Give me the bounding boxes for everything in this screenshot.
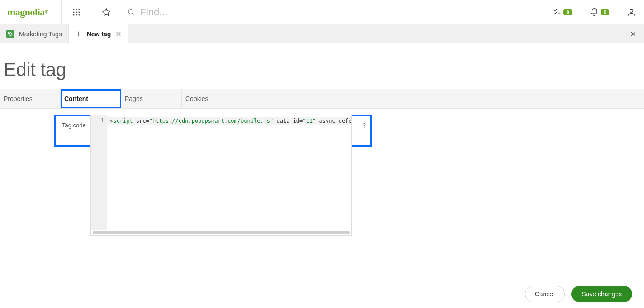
search-input[interactable] (140, 6, 537, 18)
tab-marketing-tags[interactable]: Marketing Tags (0, 24, 69, 43)
svg-point-0 (73, 9, 74, 10)
scroll-thumb[interactable] (93, 231, 350, 234)
top-header: magnolia® 0 0 (0, 0, 644, 24)
svg-point-4 (76, 11, 77, 13)
tab-new-tag-label: New tag (87, 30, 111, 38)
svg-point-3 (73, 11, 74, 13)
tab-close-button[interactable] (115, 31, 122, 37)
brand-logo[interactable]: magnolia® (0, 0, 62, 24)
tag-code-label: Tag code (62, 122, 87, 129)
tab-pages[interactable]: Pages (121, 89, 182, 108)
line-number-1: 1 (91, 117, 104, 124)
tag-app-icon (6, 30, 14, 38)
svg-line-11 (133, 13, 134, 15)
line-gutter: 1 (91, 116, 107, 230)
search-area (121, 0, 544, 24)
page-title: Edit tag (0, 43, 644, 89)
tab-properties-label: Properties (4, 95, 33, 102)
checklist-icon (553, 8, 562, 17)
code-editor[interactable]: 1 <script src="https://cdn.popupsmart.co… (90, 115, 352, 236)
svg-point-7 (76, 14, 77, 15)
svg-point-6 (73, 14, 74, 15)
notifications-badge: 0 (601, 9, 609, 15)
svg-point-5 (78, 11, 80, 13)
tasks-button[interactable]: 0 (544, 0, 581, 24)
close-workspace-button[interactable] (630, 30, 637, 38)
workspace-tabs: Marketing Tags New tag (0, 24, 644, 43)
code-content[interactable]: <script src="https://cdn.popupsmart.com/… (107, 116, 351, 230)
profile-button[interactable] (618, 0, 644, 24)
notifications-button[interactable]: 0 (581, 0, 618, 24)
tab-content[interactable]: Content (61, 89, 121, 108)
tab-content-label: Content (64, 95, 88, 102)
svg-marker-9 (102, 8, 110, 15)
horizontal-scrollbar[interactable] (91, 230, 351, 235)
svg-point-15 (9, 33, 10, 34)
tab-cookies-label: Cookies (185, 95, 208, 102)
tab-cookies[interactable]: Cookies (182, 89, 242, 108)
svg-point-8 (78, 14, 80, 15)
app-launcher-button[interactable] (62, 0, 91, 24)
registered-mark: ® (45, 10, 48, 14)
svg-point-1 (76, 9, 77, 10)
plus-icon (75, 30, 82, 38)
help-button[interactable]: ? (362, 122, 366, 129)
bell-icon (590, 8, 599, 17)
footer-actions: Cancel Save changes (0, 279, 644, 308)
svg-point-14 (630, 9, 633, 12)
close-icon (115, 31, 122, 37)
star-icon (102, 8, 111, 17)
tab-spacer (242, 89, 644, 108)
tab-pages-label: Pages (125, 95, 143, 102)
code-line-1: <script src="https://cdn.popupsmart.com/… (110, 117, 349, 125)
tab-properties[interactable]: Properties (0, 89, 61, 108)
tab-new-tag[interactable]: New tag (69, 24, 129, 43)
search-icon (128, 8, 135, 16)
brand-name: magnolia (7, 6, 45, 18)
tasks-badge: 0 (564, 9, 572, 15)
form-area: Tag code ? 1 <script src="https://cdn.po… (0, 109, 644, 147)
code-body[interactable]: 1 <script src="https://cdn.popupsmart.co… (91, 116, 351, 230)
close-icon (630, 30, 637, 38)
user-icon (627, 8, 636, 17)
grid-icon (72, 8, 80, 16)
svg-point-2 (78, 9, 80, 10)
page-content: Edit tag Properties Content Pages Cookie… (0, 43, 644, 147)
header-right: 0 0 (544, 0, 644, 24)
svg-point-10 (128, 9, 133, 14)
cancel-button[interactable]: Cancel (525, 286, 565, 302)
detail-tabs: Properties Content Pages Cookies (0, 89, 644, 109)
favorites-button[interactable] (91, 0, 121, 24)
save-button[interactable]: Save changes (571, 286, 632, 302)
tab-marketing-label: Marketing Tags (19, 30, 62, 38)
